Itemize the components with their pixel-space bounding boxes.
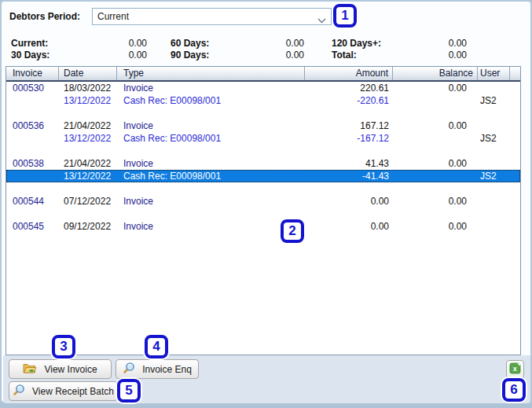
user-cell — [478, 82, 510, 94]
invoice-cell — [6, 170, 59, 182]
svg-text:x: x — [513, 365, 517, 373]
excel-export-button[interactable]: x — [506, 360, 524, 379]
view-invoice-button[interactable]: View Invoice — [9, 359, 112, 379]
balance-cell: 0.00 — [393, 157, 478, 170]
magnifier-icon — [13, 384, 25, 399]
date-cell: 09/12/2022 — [59, 220, 117, 233]
summary-30days: 30 Days: 0.00 — [11, 50, 147, 61]
invoice-cell: 000538 — [6, 157, 59, 170]
balance-cell: 0.00 — [393, 220, 478, 233]
view-receipt-batch-button[interactable]: View Receipt Batch — [9, 381, 118, 401]
debtors-period-select[interactable]: Current — [92, 8, 332, 25]
summary-90days: 90 Days: 0.00 — [171, 50, 304, 61]
date-cell: 07/12/2022 — [59, 195, 117, 208]
type-cell: Invoice — [117, 220, 305, 233]
invoice-enq-button[interactable]: Invoice Enq — [116, 359, 199, 379]
date-cell: 18/03/2022 — [59, 82, 117, 94]
summary-120days-value: 0.00 — [449, 38, 467, 50]
user-cell — [478, 119, 510, 132]
annotation-badge-5: 5 — [117, 379, 141, 402]
invoice-cell: 000545 — [6, 220, 59, 233]
table-row-invoice-000536[interactable]: 000536 21/04/2022 Invoice 167.12 0.00 — [6, 119, 520, 132]
annotation-badge-4: 4 — [145, 335, 168, 358]
type-cell: Cash Rec: E00098/001 — [117, 94, 305, 107]
invoice-cell: 000544 — [6, 195, 59, 208]
col-header-spacer — [510, 67, 517, 80]
date-cell: 13/12/2022 — [59, 170, 117, 182]
table-spacer-row — [6, 182, 520, 195]
user-cell — [478, 195, 510, 208]
balance-cell: 0.00 — [393, 82, 478, 94]
invoice-cell: 000530 — [6, 82, 59, 94]
balance-cell — [393, 132, 478, 145]
type-cell: Cash Rec: E00098/001 — [117, 170, 305, 182]
table-row-invoice-000538[interactable]: 000538 21/04/2022 Invoice 41.43 0.00 — [6, 157, 520, 170]
col-header-date[interactable]: Date — [59, 67, 117, 80]
summary-120days-label: 120 Days+: — [332, 38, 381, 50]
screenshot-root: Debtors Period: Current Current: 0.00 60… — [0, 0, 532, 408]
chevron-down-icon — [317, 15, 326, 26]
date-cell: 13/12/2022 — [59, 94, 117, 107]
annotation-badge-6: 6 — [502, 378, 526, 402]
table-row-invoice-000544[interactable]: 000544 07/12/2022 Invoice 0.00 0.00 — [6, 195, 520, 208]
col-header-invoice[interactable]: Invoice — [6, 67, 59, 80]
table-spacer-row — [6, 208, 520, 220]
type-cell: Cash Rec: E00098/001 — [117, 132, 305, 145]
summary-30days-label: 30 Days: — [11, 50, 50, 61]
summary-30days-value: 0.00 — [129, 50, 147, 61]
type-cell: Invoice — [117, 82, 305, 94]
annotation-badge-3: 3 — [52, 335, 75, 358]
table-row-invoice-000545[interactable]: 000545 09/12/2022 Invoice 0.00 0.00 — [6, 220, 520, 233]
view-invoice-label: View Invoice — [44, 364, 97, 375]
type-cell: Invoice — [117, 157, 305, 170]
col-header-amount[interactable]: Amount — [305, 67, 393, 80]
table-row-cashrec-000538-selected[interactable]: 13/12/2022 Cash Rec: E00098/001 -41.43 J… — [6, 170, 520, 182]
magnifier-icon — [123, 362, 135, 377]
date-cell: 21/04/2022 — [59, 119, 117, 132]
bottom-button-panel: View Invoice Invoice Enq — [3, 355, 530, 403]
balance-cell — [393, 170, 478, 182]
type-cell: Invoice — [117, 119, 305, 132]
transactions-table: Invoice Date Type Amount Balance User 00… — [6, 66, 521, 355]
balance-cell — [393, 94, 478, 107]
amount-cell: -220.61 — [305, 94, 393, 107]
amount-cell: 220.61 — [305, 82, 393, 94]
summary-60days-value: 0.00 — [286, 38, 304, 50]
invoice-cell — [6, 132, 59, 145]
invoice-cell — [6, 94, 59, 107]
excel-icon: x — [509, 362, 521, 377]
table-spacer-row — [6, 145, 520, 157]
table-row-cashrec-000536[interactable]: 13/12/2022 Cash Rec: E00098/001 -167.12 … — [6, 132, 520, 145]
amount-cell: 0.00 — [305, 195, 393, 208]
debtors-period-label: Debtors Period: — [9, 11, 80, 22]
col-header-type[interactable]: Type — [117, 67, 305, 80]
amount-cell: 167.12 — [305, 119, 393, 132]
invoice-enq-label: Invoice Enq — [142, 364, 192, 375]
user-cell: JS2 — [478, 94, 510, 107]
table-row-invoice-000530[interactable]: 000530 18/03/2022 Invoice 220.61 0.00 — [6, 82, 520, 94]
date-cell: 21/04/2022 — [59, 157, 117, 170]
summary-60days: 60 Days: 0.00 — [171, 38, 304, 50]
summary-current: Current: 0.00 — [11, 38, 147, 50]
amount-cell: 0.00 — [305, 220, 393, 233]
user-cell — [478, 220, 510, 233]
balance-cell: 0.00 — [393, 195, 478, 208]
table-header: Invoice Date Type Amount Balance User — [6, 67, 520, 82]
summary-90days-label: 90 Days: — [171, 50, 209, 61]
view-receipt-batch-label: View Receipt Batch — [32, 386, 114, 397]
col-header-user[interactable]: User — [478, 67, 510, 80]
balance-cell: 0.00 — [393, 119, 478, 132]
col-header-balance[interactable]: Balance — [393, 67, 478, 80]
user-cell: JS2 — [478, 170, 510, 182]
type-cell: Invoice — [117, 195, 305, 208]
table-row-cashrec-000530[interactable]: 13/12/2022 Cash Rec: E00098/001 -220.61 … — [6, 94, 520, 107]
user-cell: JS2 — [478, 132, 510, 145]
summary-current-value: 0.00 — [129, 38, 147, 50]
summary-total-value: 0.00 — [449, 50, 467, 61]
summary-total: Total: 0.00 — [332, 50, 467, 61]
summary-total-label: Total: — [332, 50, 357, 61]
invoice-cell: 000536 — [6, 119, 59, 132]
summary-current-label: Current: — [11, 38, 48, 50]
summary-90days-value: 0.00 — [286, 50, 304, 61]
amount-cell: -167.12 — [305, 132, 393, 145]
